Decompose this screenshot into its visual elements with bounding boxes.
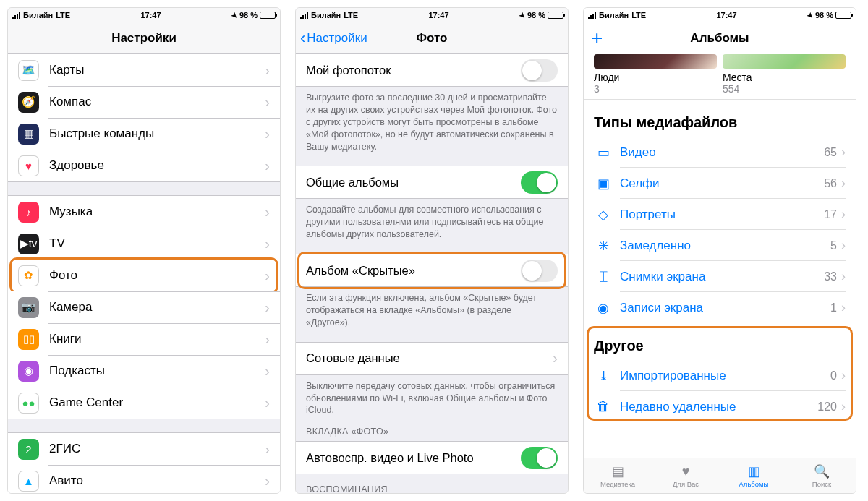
row-label: Фото — [49, 268, 265, 283]
panel-albums: Билайн LTE 17:47 ➤ 98 % + Альбомы Люди 3… — [583, 7, 856, 494]
header-memories: ВОСПОМИНАНИЯ — [296, 474, 568, 493]
add-button[interactable]: + — [591, 22, 603, 54]
app-icon: 🧭 — [18, 92, 39, 113]
tab-Поиск[interactable]: 🔍Поиск — [788, 458, 856, 493]
settings-row[interactable]: 📷Камера› — [8, 291, 280, 323]
app-icon: ♪ — [18, 202, 39, 223]
chevron-right-icon: › — [265, 204, 270, 220]
header-photo-tab: ВКЛАДКА «ФОТО» — [296, 416, 568, 441]
media-label: Импортированные — [620, 369, 830, 383]
row-label: Быстрые команды — [49, 127, 265, 141]
media-row[interactable]: ▣Селфи56› — [584, 168, 856, 199]
chevron-right-icon: › — [265, 299, 270, 316]
media-label: Недавно удаленные — [620, 400, 817, 414]
settings-row[interactable]: 🗺️Карты› — [8, 54, 280, 86]
tab-Альбомы[interactable]: ▥Альбомы — [720, 458, 788, 493]
row-photo-stream[interactable]: Мой фотопоток — [296, 54, 568, 86]
settings-row[interactable]: ♪Музыка› — [8, 196, 280, 228]
albums-list[interactable]: Люди 3 Места 554 Типы медиафайлов ▭Видео… — [584, 54, 856, 458]
row-hidden-album[interactable]: Альбом «Скрытые» — [296, 254, 568, 286]
footer-cellular: Выключите передачу сотовых данных, чтобы… — [296, 375, 568, 417]
photo-settings-list[interactable]: Мой фотопоток Выгрузите фото за последни… — [296, 54, 568, 493]
chevron-right-icon: › — [553, 350, 558, 367]
row-label: TV — [49, 236, 265, 251]
footer-shared-albums: Создавайте альбомы для совместного испол… — [296, 199, 568, 241]
settings-row[interactable]: ▦Быстрые команды› — [8, 118, 280, 150]
battery-pct: 98 % — [815, 11, 833, 20]
settings-row[interactable]: ▯▯Книги› — [8, 323, 280, 355]
media-label: Портреты — [620, 207, 824, 222]
settings-list[interactable]: 🗺️Карты›🧭Компас›▦Быстрые команды›♥Здоров… — [8, 54, 280, 493]
back-label: Настройки — [307, 31, 367, 46]
media-icon: 🗑 — [594, 399, 613, 414]
chevron-right-icon: › — [265, 158, 270, 174]
media-row[interactable]: ▭Видео65› — [584, 137, 856, 168]
row-autoplay[interactable]: Автовоспр. видео и Live Photo — [296, 442, 568, 474]
media-icon: ⤓ — [594, 368, 613, 384]
row-label: Карты — [49, 63, 265, 77]
app-icon: ▶tv — [18, 234, 39, 254]
settings-row[interactable]: ✿Фото› — [8, 260, 280, 291]
chevron-right-icon: › — [841, 368, 846, 383]
tab-Медиатека[interactable]: ▤Медиатека — [584, 458, 652, 493]
location-icon: ➤ — [517, 10, 527, 20]
album-places[interactable]: Места 554 — [723, 54, 846, 95]
chevron-right-icon: › — [841, 145, 846, 160]
app-icon: ▲ — [18, 471, 39, 492]
tab-label: Поиск — [812, 480, 831, 488]
toggle-shared-albums[interactable] — [521, 171, 558, 194]
media-row[interactable]: ◇Портреты17› — [584, 199, 856, 230]
media-count: 5 — [830, 239, 837, 252]
settings-row[interactable]: ▶tvTV› — [8, 228, 280, 260]
nav-header: ‹ Настройки Фото — [296, 22, 568, 54]
nav-header: Настройки — [8, 22, 280, 54]
media-row[interactable]: 🗑Недавно удаленные120› — [584, 391, 856, 422]
toggle-hidden-album[interactable] — [521, 260, 558, 282]
toggle-autoplay[interactable] — [521, 447, 558, 469]
album-people[interactable]: Люди 3 — [594, 54, 717, 95]
tab-icon: 🔍 — [814, 463, 830, 479]
tab-Для Вас[interactable]: ♥Для Вас — [652, 458, 720, 493]
media-row[interactable]: ◉Записи экрана1› — [584, 292, 856, 323]
back-button[interactable]: ‹ Настройки — [300, 22, 367, 53]
app-icon: 📷 — [18, 297, 39, 318]
media-count: 33 — [824, 270, 837, 283]
battery-icon — [835, 12, 851, 19]
media-row[interactable]: ✳Замедленно5› — [584, 230, 856, 261]
settings-row[interactable]: ◉Подкасты› — [8, 355, 280, 387]
app-icon: ▯▯ — [18, 329, 39, 350]
carrier-label: Билайн — [311, 11, 341, 20]
media-label: Замедленно — [620, 239, 830, 253]
clock: 17:47 — [646, 11, 807, 20]
chevron-right-icon: › — [265, 331, 270, 348]
row-label: Мой фотопоток — [306, 64, 521, 77]
settings-row[interactable]: ▲Авито› — [8, 465, 280, 493]
network-label: LTE — [56, 11, 70, 20]
media-row[interactable]: ⤓Импортированные0› — [584, 360, 856, 391]
media-label: Записи экрана — [620, 301, 830, 315]
row-label: Камера — [49, 300, 265, 314]
chevron-right-icon: › — [841, 238, 846, 253]
chevron-right-icon: › — [265, 94, 270, 111]
row-shared-albums[interactable]: Общие альбомы — [296, 166, 568, 198]
settings-row[interactable]: ♥Здоровье› — [8, 150, 280, 181]
chevron-right-icon: › — [841, 399, 846, 414]
settings-row[interactable]: 22ГИС› — [8, 433, 280, 465]
page-title: Настройки — [111, 31, 176, 46]
tab-label: Медиатека — [600, 480, 635, 488]
nav-header: + Альбомы — [584, 22, 856, 54]
battery-icon — [260, 12, 276, 19]
row-label: Музыка — [49, 205, 265, 219]
toggle-photo-stream[interactable] — [521, 59, 558, 82]
row-cellular[interactable]: Сотовые данные › — [296, 343, 568, 374]
thumb-places — [723, 54, 846, 69]
media-row[interactable]: ⌶Снимки экрана33› — [584, 261, 856, 292]
media-count: 65 — [824, 146, 837, 159]
row-label: Альбом «Скрытые» — [306, 264, 521, 278]
settings-row[interactable]: 🧭Компас› — [8, 86, 280, 118]
settings-row[interactable]: ●●Game Center› — [8, 387, 280, 419]
row-label: Компас — [49, 95, 265, 109]
media-count: 1 — [830, 301, 837, 314]
media-label: Снимки экрана — [620, 270, 824, 284]
app-icon: 🗺️ — [18, 60, 39, 81]
